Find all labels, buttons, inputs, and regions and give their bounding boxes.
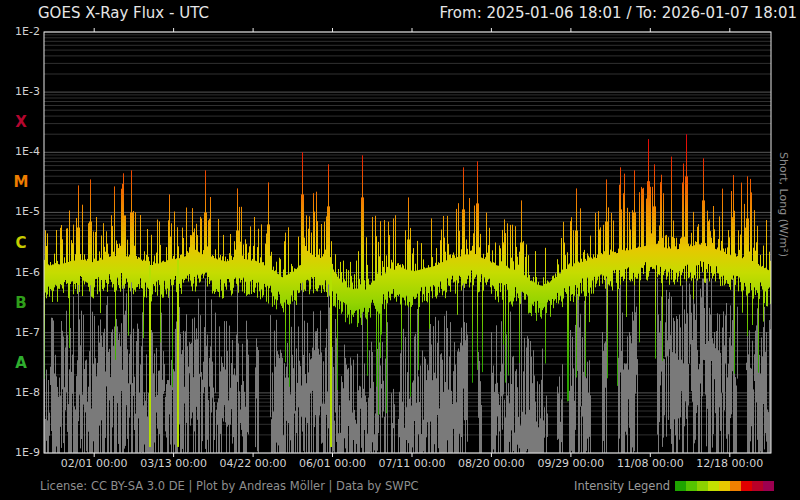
legend-color-swatch — [752, 481, 763, 491]
goes-xray-flux-app: GOES X-Ray Flux - UTC From: 2025-01-06 1… — [0, 0, 800, 500]
legend-color-swatch — [763, 481, 774, 491]
legend-color-swatch — [686, 481, 697, 491]
legend-color-swatch — [697, 481, 708, 491]
xray-flux-chart — [0, 0, 800, 500]
legend-color-swatch — [719, 481, 730, 491]
license-credits-label: License: CC BY-SA 3.0 DE | Plot by Andre… — [40, 479, 419, 493]
intensity-legend-colorbar — [675, 481, 774, 491]
legend-color-swatch — [741, 481, 752, 491]
legend-color-swatch — [675, 481, 686, 491]
legend-color-swatch — [708, 481, 719, 491]
intensity-legend-label: Intensity Legend — [545, 479, 670, 493]
legend-color-swatch — [730, 481, 741, 491]
y-axis-unit-label: Short, Long (W/m²) — [777, 152, 790, 257]
